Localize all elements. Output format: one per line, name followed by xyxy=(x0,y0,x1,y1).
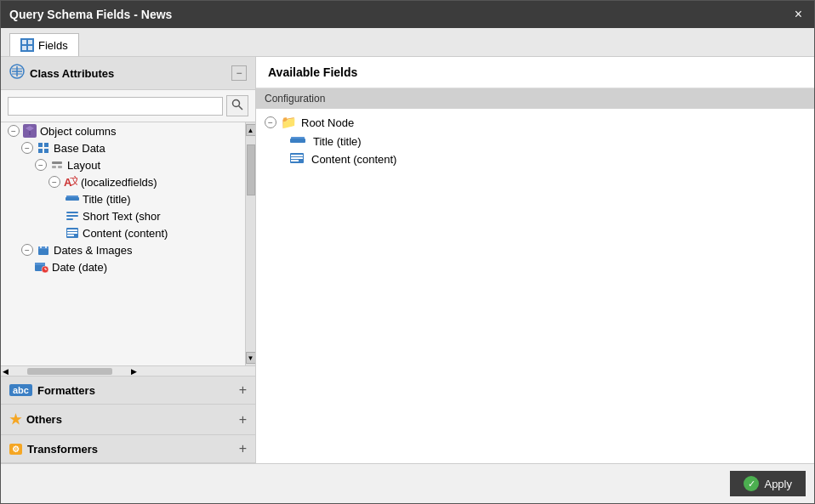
avail-item-content[interactable]: Content (content) xyxy=(256,150,814,168)
grid-icon xyxy=(37,141,50,155)
apply-label: Apply xyxy=(764,478,792,490)
vertical-scrollbar[interactable]: ▲ ▼ xyxy=(245,122,255,365)
available-fields-title: Available Fields xyxy=(256,57,814,88)
dialog: Query Schema Fields - News × Fields xyxy=(0,0,815,504)
tabs-bar: Fields xyxy=(1,28,814,57)
svg-rect-16 xyxy=(38,149,43,153)
fields-tab-icon xyxy=(20,38,34,52)
title-bar: Query Schema Fields - News × xyxy=(1,1,814,28)
avail-item-root-node[interactable]: − 📁 Root Node xyxy=(256,112,814,133)
collapse-button[interactable]: − xyxy=(231,65,247,81)
tree-item-layout[interactable]: − Layout xyxy=(1,156,245,173)
horizontal-scrollbar[interactable]: ◀ ▶ xyxy=(1,365,255,376)
tree-scroll-container: − Object columns − xyxy=(1,122,255,365)
tree-item-short-text[interactable]: Short Text (shor xyxy=(1,207,245,224)
localized-icon: A 文 xyxy=(64,175,77,189)
main-content: Class Attributes − − xyxy=(1,57,814,463)
others-add-button[interactable]: + xyxy=(239,413,247,427)
svg-rect-26 xyxy=(66,215,78,217)
svg-rect-33 xyxy=(38,246,48,249)
tree-item-date[interactable]: Date (date) xyxy=(1,258,245,275)
scroll-up-btn[interactable]: ▲ xyxy=(246,124,256,136)
svg-rect-25 xyxy=(66,212,78,213)
tree-label-base-data: Base Data xyxy=(54,142,105,155)
tab-fields[interactable]: Fields xyxy=(9,33,79,56)
date-field-icon xyxy=(35,260,48,274)
formatters-header[interactable]: abc Formatters + xyxy=(1,377,255,404)
others-section: ★ Others + xyxy=(1,405,255,435)
others-icon: ★ xyxy=(9,411,21,428)
tree-item-localizedfields[interactable]: − A 文 (localizedfields) xyxy=(1,173,245,190)
scroll-right-btn[interactable]: ▶ xyxy=(129,367,139,376)
svg-rect-37 xyxy=(35,263,45,265)
apply-button[interactable]: ✓ Apply xyxy=(730,471,806,496)
svg-rect-27 xyxy=(66,218,73,220)
svg-rect-14 xyxy=(38,143,43,147)
transformers-icon: ⚙ xyxy=(9,444,22,455)
formatters-icon: abc xyxy=(9,384,32,396)
svg-rect-0 xyxy=(22,40,26,44)
transformers-header[interactable]: ⚙ Transformers + xyxy=(1,435,255,462)
search-bar xyxy=(1,90,255,122)
class-attributes-title: Class Attributes xyxy=(30,67,114,80)
collapse-object-columns[interactable]: − xyxy=(8,125,20,137)
tree-label-dates-images: Dates & Images xyxy=(54,244,133,257)
footer: ✓ Apply xyxy=(1,463,814,503)
tree-label-date: Date (date) xyxy=(52,261,107,274)
svg-rect-1 xyxy=(28,40,32,44)
scroll-down-btn[interactable]: ▼ xyxy=(246,352,256,364)
scroll-thumb[interactable] xyxy=(247,144,255,195)
tree-item-dates-images[interactable]: − Dates & Images xyxy=(1,241,245,258)
others-header[interactable]: ★ Others + xyxy=(1,405,255,434)
svg-rect-31 xyxy=(67,235,74,236)
svg-text:文: 文 xyxy=(70,176,77,187)
tree-label-localizedfields: (localizedfields) xyxy=(81,176,157,189)
collapse-layout[interactable]: − xyxy=(35,159,47,171)
tree-label-layout: Layout xyxy=(67,159,100,172)
dates-icon xyxy=(37,243,50,257)
avail-content-icon xyxy=(290,153,304,166)
class-attributes-header: Class Attributes − xyxy=(1,57,255,90)
svg-rect-15 xyxy=(44,143,48,147)
transformers-label: Transformers xyxy=(27,443,98,456)
avail-label-title: Title (title) xyxy=(313,135,362,148)
collapse-dates-images[interactable]: − xyxy=(21,244,33,256)
close-button[interactable]: × xyxy=(791,7,806,22)
svg-rect-44 xyxy=(291,155,303,156)
tree-item-content[interactable]: Content (content) xyxy=(1,224,245,241)
scroll-left-btn[interactable]: ◀ xyxy=(1,367,10,376)
collapse-base-data[interactable]: − xyxy=(21,142,33,154)
horiz-scroll-thumb[interactable] xyxy=(27,368,112,375)
tab-fields-label: Fields xyxy=(38,39,68,52)
svg-rect-23 xyxy=(66,197,79,201)
tree-label-object-columns: Object columns xyxy=(40,125,117,138)
layout-icon xyxy=(50,158,64,172)
tree-label-short-text: Short Text (shor xyxy=(83,210,161,223)
svg-rect-20 xyxy=(58,166,62,168)
svg-rect-2 xyxy=(22,46,26,50)
search-input[interactable] xyxy=(8,97,223,116)
formatters-add-button[interactable]: + xyxy=(239,383,247,397)
tree-item-title[interactable]: Title (title) xyxy=(1,190,245,207)
search-button[interactable] xyxy=(226,95,248,116)
svg-line-10 xyxy=(239,106,243,110)
svg-rect-30 xyxy=(67,232,77,234)
formatters-section: abc Formatters + xyxy=(1,377,255,405)
tree-item-object-columns[interactable]: − Object columns xyxy=(1,122,245,139)
others-label: Others xyxy=(26,413,62,426)
right-panel: Available Fields Configuration − 📁 Root … xyxy=(256,57,814,463)
dialog-title: Query Schema Fields - News xyxy=(9,8,172,21)
transformers-section: ⚙ Transformers + xyxy=(1,435,255,463)
config-group-header: Configuration xyxy=(256,88,814,109)
avail-item-title[interactable]: Title (title) xyxy=(256,133,814,150)
collapse-root-node[interactable]: − xyxy=(265,116,276,128)
tree-item-base-data[interactable]: − Base Data xyxy=(1,139,245,156)
svg-rect-3 xyxy=(28,46,32,50)
transformers-add-button[interactable]: + xyxy=(239,442,247,456)
bottom-sections: abc Formatters + ★ Others + xyxy=(1,376,255,463)
svg-rect-19 xyxy=(52,166,56,168)
tree-label-content: Content (content) xyxy=(83,227,168,240)
apply-check-icon: ✓ xyxy=(744,476,759,491)
collapse-localizedfields[interactable]: − xyxy=(48,176,60,188)
content-icon xyxy=(66,226,79,240)
